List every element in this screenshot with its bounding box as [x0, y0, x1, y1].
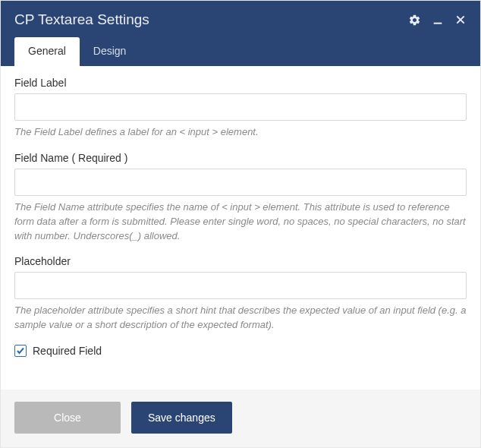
- field-name-group: Field Name ( Required ) The Field Name a…: [14, 152, 467, 244]
- placeholder-group: Placeholder The placeholder attribute sp…: [14, 255, 467, 333]
- close-button[interactable]: Close: [14, 402, 121, 434]
- modal-title: CP Textarea Settings: [14, 11, 149, 28]
- field-label-help: The Field Label defines a label for an <…: [14, 125, 467, 140]
- field-name-label: Field Name ( Required ): [14, 152, 467, 164]
- field-label-group: Field Label The Field Label defines a la…: [14, 77, 467, 140]
- required-field-label: Required Field: [33, 345, 102, 357]
- tab-design[interactable]: Design: [80, 37, 140, 66]
- modal-body: Field Label The Field Label defines a la…: [1, 66, 480, 390]
- header-top: CP Textarea Settings: [1, 1, 480, 37]
- header-controls: [408, 14, 467, 27]
- gear-icon[interactable]: [408, 14, 421, 27]
- placeholder-label: Placeholder: [14, 255, 467, 267]
- field-label-label: Field Label: [14, 77, 467, 89]
- minimize-icon[interactable]: [432, 14, 444, 26]
- tab-general[interactable]: General: [14, 37, 80, 66]
- required-field-row: Required Field: [14, 345, 467, 357]
- tabs-nav: General Design: [1, 37, 480, 66]
- modal-footer: Close Save changes: [1, 390, 480, 447]
- field-name-help: The Field Name attribute specifies the n…: [14, 200, 467, 244]
- field-label-input[interactable]: [14, 93, 467, 121]
- placeholder-help: The placeholder attribute specifies a sh…: [14, 304, 467, 333]
- modal-header: CP Textarea Settings General Design: [1, 1, 480, 66]
- save-button[interactable]: Save changes: [131, 402, 232, 434]
- settings-modal: CP Textarea Settings General Design Fiel…: [0, 0, 481, 448]
- required-field-checkbox[interactable]: [14, 345, 27, 357]
- close-icon[interactable]: [454, 14, 467, 26]
- placeholder-input[interactable]: [14, 272, 467, 299]
- field-name-input[interactable]: [14, 169, 467, 196]
